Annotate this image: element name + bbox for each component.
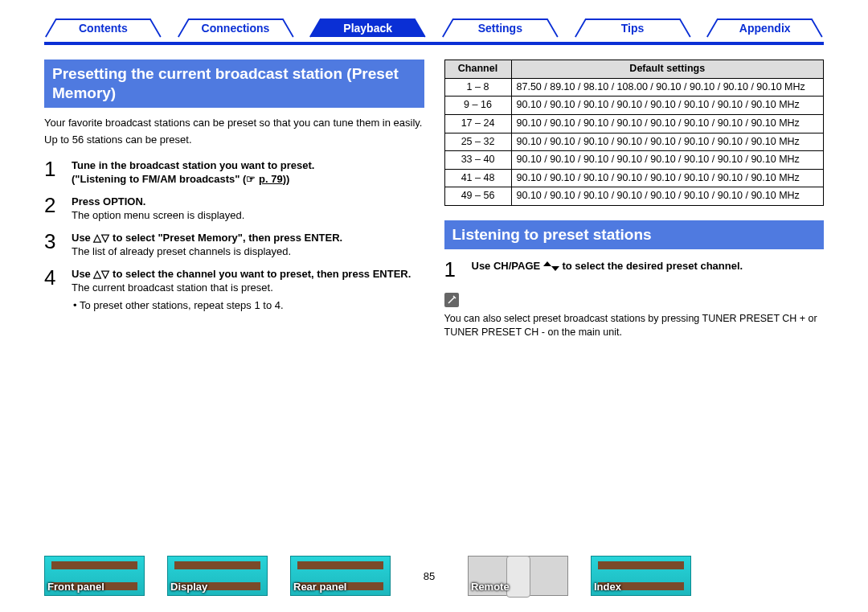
cell-default: 90.10 / 90.10 / 90.10 / 90.10 / 90.10 / … [511,133,824,151]
table-row: 33 – 4090.10 / 90.10 / 90.10 / 90.10 / 9… [444,151,824,170]
step-number: 4 [44,267,62,313]
nav-tab-playback[interactable]: Playback [309,18,427,39]
step-2: 2Press OPTION.The option menu screen is … [44,195,424,223]
table-row: 49 – 5690.10 / 90.10 / 90.10 / 90.10 / 9… [444,187,824,206]
cell-channel: 1 – 8 [444,78,511,97]
cell-default: 90.10 / 90.10 / 90.10 / 90.10 / 90.10 / … [511,187,824,206]
cell-default: 90.10 / 90.10 / 90.10 / 90.10 / 90.10 / … [511,169,824,187]
page-link[interactable]: p. 79 [259,173,283,185]
intro-text-1: Your favorite broadcast stations can be … [44,116,424,130]
step-bold: Use △▽ to select the channel you want to… [72,267,424,281]
step-text-prefix: Use CH/PAGE [472,260,543,272]
step-number: 1 [44,158,62,187]
nav-tab-appendix[interactable]: Appendix [706,18,824,39]
cell-channel: 41 – 48 [444,169,511,187]
right-column: Channel Default settings 1 – 887.50 / 89… [444,60,825,339]
step-number: 3 [44,231,62,259]
step-1: 1Tune in the broadcast station you want … [44,158,424,187]
table-row: 17 – 2490.10 / 90.10 / 90.10 / 90.10 / 9… [444,114,824,133]
steps-list: 1Tune in the broadcast station you want … [44,158,424,313]
cell-channel: 17 – 24 [444,114,511,133]
step-sub: The list of already preset channels is d… [72,244,424,259]
table-row: 1 – 887.50 / 89.10 / 98.10 / 108.00 / 90… [444,78,824,97]
cell-default: 90.10 / 90.10 / 90.10 / 90.10 / 90.10 / … [511,151,824,170]
step-bold: Press OPTION. [72,195,424,209]
nav-tab-tips[interactable]: Tips [574,18,692,39]
cell-channel: 25 – 32 [444,133,511,151]
footer-link-display[interactable]: Display [167,556,268,596]
nav-tab-connections[interactable]: Connections [177,18,295,39]
left-column: Presetting the current broadcast station… [44,60,424,339]
svg-marker-0 [543,261,551,266]
note-icon [444,293,459,307]
cell-channel: 9 – 16 [444,97,511,115]
step-bold: Tune in the broadcast station you want t… [72,158,424,173]
heading-listening-preset: Listening to preset stations [444,220,825,249]
table-row: 9 – 1690.10 / 90.10 / 90.10 / 90.10 / 90… [444,97,824,115]
footer-nav: Front panelDisplayRear panel85RemoteInde… [44,556,824,596]
up-down-solid-icon [543,261,559,272]
cell-default: 87.50 / 89.10 / 98.10 / 108.00 / 90.10 /… [511,78,824,97]
step-number: 1 [444,259,462,280]
preset-defaults-table: Channel Default settings 1 – 887.50 / 89… [444,60,825,206]
step-text-suffix: to select the desired preset channel. [559,260,743,272]
cell-default: 90.10 / 90.10 / 90.10 / 90.10 / 90.10 / … [511,114,824,133]
step-number: 2 [44,195,62,223]
th-channel: Channel [444,60,511,79]
footer-link-front-panel[interactable]: Front panel [44,556,145,596]
step-bold: Use △▽ to select "Preset Memory", then p… [72,231,424,245]
svg-marker-1 [551,266,559,271]
step-sub: The current broadcast station that is pr… [72,281,424,295]
footer-link-rear-panel[interactable]: Rear panel [290,556,391,596]
nav-tab-contents[interactable]: Contents [44,18,162,39]
cell-channel: 49 – 56 [444,187,511,206]
note-text: You can also select preset broadcast sta… [444,312,825,339]
step-3: 3Use △▽ to select "Preset Memory", then … [44,231,424,259]
table-row: 41 – 4890.10 / 90.10 / 90.10 / 90.10 / 9… [444,169,824,187]
top-nav: ContentsConnectionsPlaybackSettingsTipsA… [44,0,824,45]
step-sub: The option menu screen is displayed. [72,208,424,223]
step-bullet: To preset other stations, repeat steps 1… [72,298,424,313]
step-bold-line2: ("Listening to FM/AM broadcasts" (☞ p. 7… [72,172,424,187]
intro-text-2: Up to 56 stations can be preset. [44,133,424,147]
table-row: 25 – 3290.10 / 90.10 / 90.10 / 90.10 / 9… [444,133,824,151]
heading-preset-memory: Presetting the current broadcast station… [44,60,424,108]
cell-channel: 33 – 40 [444,151,511,170]
page-number: 85 [413,570,445,582]
cell-default: 90.10 / 90.10 / 90.10 / 90.10 / 90.10 / … [511,97,824,115]
hand-pointer-icon: ☞ [246,173,256,185]
step-4: 4Use △▽ to select the channel you want t… [44,267,424,313]
footer-link-remote[interactable]: Remote [468,556,568,596]
th-default: Default settings [511,60,824,79]
nav-tab-settings[interactable]: Settings [441,18,559,39]
footer-link-index[interactable]: Index [591,556,691,596]
